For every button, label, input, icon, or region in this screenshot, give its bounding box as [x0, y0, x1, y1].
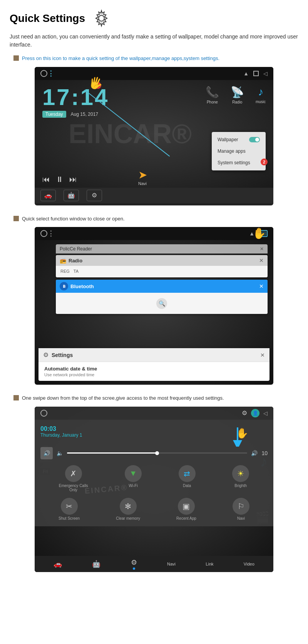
clear-memory-icon[interactable]: ✻ [120, 498, 137, 515]
blue-down-arrow [232, 427, 243, 448]
tab-car[interactable]: 🚗 [40, 190, 56, 201]
phone-icon: 📞 [206, 86, 219, 98]
blue-arrow-svg [232, 427, 243, 447]
phone-icon-item: 📞 Phone [206, 86, 219, 104]
bluetooth-window: ʙ Bluetooth ✕ 🔍 [56, 280, 268, 314]
data-icon[interactable]: ⇄ [179, 465, 196, 482]
section2-text: Quick select function window to close or… [22, 215, 125, 223]
ss3-small-date: Thursday, January 1 [40, 432, 82, 438]
header-description: Just need an action, you can convenientl… [10, 33, 298, 49]
emergency-label: Emergency CallsOnly [59, 484, 88, 492]
ss3-settings-icon: ⚙ [131, 558, 137, 567]
ss3-tab-settings[interactable]: ⚙ [131, 558, 137, 570]
windows-stack: PolicCe Reader ✕ 📻 Radio ✕ [56, 244, 268, 316]
music-icon-item: ♪ music [256, 86, 266, 104]
volume-slider-thumb [155, 451, 159, 455]
tab-android[interactable]: 🤖 [64, 190, 79, 201]
brightness-icon[interactable]: ☀ [232, 465, 249, 482]
section2-label: Quick select function window to close or… [13, 215, 298, 223]
notification-panel: 00:03 Thursday, January 1 [35, 420, 273, 526]
ss2-dots: ⋮ [47, 229, 55, 238]
volume-slider[interactable] [67, 452, 247, 454]
bluetooth-title-text: Bluetooth [70, 284, 94, 289]
section1-label: Press on this icon to make a quick setti… [13, 55, 298, 62]
system-settings-label: System settings [218, 160, 250, 165]
wallpaper-label: Wallpaper [218, 137, 238, 142]
ss3-tab-video[interactable]: Video [244, 562, 254, 566]
shut-screen-icon[interactable]: ✂ [61, 498, 78, 515]
ss3-status-circle [40, 410, 47, 417]
settings-cog-icon: ⚙ [43, 351, 49, 359]
ss3-user-icon: 👤 [251, 409, 259, 417]
bluetooth-icon: ʙ [60, 282, 68, 290]
radio-icon-sm: 📻 [60, 257, 66, 264]
settings-title-text: Settings [52, 352, 73, 358]
system-settings-menu-item[interactable]: System settings [212, 157, 266, 169]
screenshot3-frame: ♪ 🎬 1 Fri EINCAR® ⚙ 👤 ◁ [35, 407, 273, 572]
emergency-icon-item: ✗ Emergency CallsOnly [59, 465, 88, 492]
manage-apps-label: Manage apps [218, 148, 246, 154]
status-triangle-icon: ▲ [243, 70, 249, 77]
wifi-label: Wi-Fi [129, 484, 137, 488]
section3-text: One swipe down from the top of the scree… [22, 394, 224, 402]
music-label: music [256, 100, 266, 104]
recent-app-icon[interactable]: ▣ [178, 498, 195, 515]
ss3-small-time: 00:03 [40, 425, 82, 432]
ss3-settings-indicator [133, 567, 135, 570]
page-container: Quick Settings Just need an action, you … [0, 0, 308, 589]
navi-quick-label: Navi [237, 516, 245, 521]
wallpaper-menu-item[interactable]: Wallpaper [212, 134, 266, 145]
media-controls: ⏮ ⏸ ⏭ [42, 175, 77, 184]
clear-memory-label: Clear memory [116, 516, 140, 521]
music-icon: ♪ [258, 86, 263, 98]
settings-window: ⚙ Settings ✕ Automatic date & time Use n… [38, 348, 270, 381]
section1-bullet [13, 55, 19, 61]
ss2-status-bar: ⋮ ▲ [35, 227, 273, 240]
radio-ta: TA [74, 269, 79, 274]
navi-quick-icon[interactable]: ⚐ [233, 498, 249, 515]
radio-content: REG TA [56, 266, 268, 277]
ss2-status-circle [40, 230, 47, 237]
swipe-indicator: ✋ [226, 427, 248, 439]
ss3-tab-android[interactable]: 🤖 [92, 560, 100, 568]
ss3-time-row: 00:03 Thursday, January 1 [40, 425, 82, 438]
section2-bullet [13, 216, 19, 221]
manage-apps-menu-item[interactable]: Manage apps [212, 145, 266, 157]
phone-label: Phone [207, 100, 218, 104]
settings-title-bar: ⚙ Settings ✕ [38, 348, 270, 362]
radio-tuner: REG TA [60, 269, 263, 274]
volume-slider-fill [67, 452, 157, 454]
badge-2: 2 [261, 158, 268, 165]
header-section: Quick Settings [10, 8, 298, 29]
recent-app-icon-item: ▣ Recent App [176, 498, 196, 521]
brightness-icon-item: ☀ Brighth [232, 465, 249, 492]
screenshot1-frame: ⋮ ▲ ◁ EINCAR® 1 17:14 Tuesday Aug 15, 20… [35, 67, 273, 205]
wallpaper-toggle[interactable] [249, 137, 260, 142]
radio-close-button[interactable]: ✕ [259, 257, 264, 264]
section3-label: One swipe down from the top of the scree… [13, 394, 298, 402]
bluetooth-title: ʙ Bluetooth [60, 282, 94, 290]
status-circle [40, 70, 47, 77]
ss3-tab-car[interactable]: 🚗 [54, 560, 62, 568]
bluetooth-close-button[interactable]: ✕ [259, 283, 264, 289]
ss1-tab-bar: 🚗 🤖 ⚙ [35, 188, 273, 203]
status-icons-right: ▲ ◁ [243, 70, 268, 77]
partial-window-close[interactable]: ✕ [260, 246, 264, 252]
radio-title-text: Radio [69, 258, 82, 264]
settings-close-button[interactable]: ✕ [260, 352, 265, 358]
ss3-tab-navi[interactable]: Navi [167, 562, 176, 566]
wifi-icon[interactable]: ▼ [125, 465, 142, 482]
ss1-day: Tuesday [42, 111, 66, 118]
status-dots: ⋮ [47, 69, 55, 78]
tab-settings[interactable]: ⚙ [87, 190, 102, 201]
emergency-icon[interactable]: ✗ [65, 465, 82, 482]
volume-number: 10 [261, 450, 268, 456]
watermark1: EINCAR® [69, 118, 192, 149]
radio-title-bar: 📻 Radio ✕ [56, 255, 268, 266]
svg-point-1 [99, 15, 104, 21]
section1-text: Press on this icon to make a quick setti… [22, 55, 219, 62]
ss3-bottom-tab-bar: 🚗 🤖 ⚙ Navi Link Video [35, 556, 273, 572]
status-square-icon [253, 71, 259, 76]
ss3-status-right: ⚙ 👤 ◁ [242, 409, 268, 417]
ss3-tab-link[interactable]: Link [206, 562, 213, 566]
